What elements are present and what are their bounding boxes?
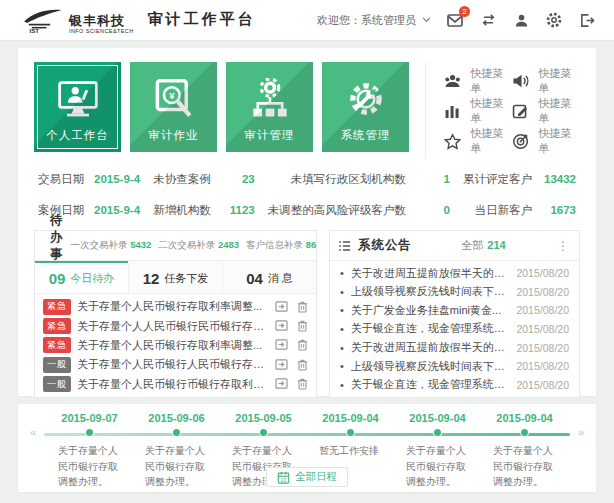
announcement-date: 2015/08/20	[516, 379, 569, 391]
counter-second-entry: 二次交易补录 2483	[158, 239, 239, 252]
tile-audit-management[interactable]: 审计管理	[226, 62, 313, 152]
todo-item[interactable]: 一般 关于存量个人民币银行币银行存取利率调整...	[43, 376, 308, 392]
tile-label: 个人工作台	[34, 128, 121, 152]
priority-badge: 紧急	[43, 299, 71, 315]
announcement-item[interactable]: 上级领导视察反洗钱时间表下载链接... 2015/08/20	[340, 359, 569, 374]
workbench-monitor-icon	[56, 79, 100, 119]
todo-item[interactable]: 一般 关于存量个人民币银行人民币银行存取利率调整...	[43, 357, 308, 373]
tab-messages[interactable]: 04 消 息	[222, 261, 316, 293]
announcement-item[interactable]: 关于改进周五提前放假半天的安排通知... 2015/08/20	[340, 266, 569, 281]
logo: IST 银丰科技 INFO SCIENCE&TECH	[18, 6, 134, 34]
profile-button[interactable]	[512, 11, 530, 29]
delete-icon[interactable]	[297, 339, 308, 351]
forward-icon[interactable]	[275, 301, 288, 313]
tile-system-management[interactable]: 系统管理	[322, 62, 409, 152]
stat-unadjusted-high-risk-customers: 未调整的高风险评级客户数 0	[268, 205, 450, 217]
announcement-item[interactable]: 上级领导视察反洗钱时间表下载链接... 2015/08/20	[340, 284, 569, 299]
announcement-date: 2015/08/20	[516, 304, 569, 316]
timeline-prev-arrow[interactable]: «	[30, 426, 36, 438]
quick-menu-item-6[interactable]: 快捷菜单	[512, 126, 580, 156]
todo-item-text: 关于存量个人人民币银行民币银行存取利率调整...	[77, 319, 269, 334]
quick-menu: 快捷菜单 快捷菜单 快捷菜单	[425, 62, 580, 158]
tile-personal-workbench[interactable]: 个人工作台	[34, 62, 121, 152]
swap-arrows-icon	[481, 13, 496, 27]
todo-list: 紧急 关于存量个人民币银行存取利率调整... 紧急 关于存量个人人民币银行民币银…	[35, 294, 316, 397]
timeline-entry[interactable]: 2015-09-04 关于存量个人民币银行存取调整办理。	[394, 412, 481, 490]
timeline-date: 2015-09-04	[394, 412, 481, 426]
svg-text:23: 23	[281, 477, 287, 482]
todo-item[interactable]: 紧急 关于存量个人民币银行存取利率调整...	[43, 337, 308, 353]
announcement-list: 关于改进周五提前放假半天的安排通知... 2015/08/20 上级领导视察反洗…	[330, 261, 579, 397]
all-schedule-label: 全部日程	[295, 470, 337, 484]
timeline-date: 2015-09-04	[307, 412, 394, 426]
stats-row: 交易日期 2015-9-4 案例日期 2015-9-4 未协查案例 23 新增机…	[34, 174, 580, 216]
announcement-date: 2015/08/20	[516, 342, 569, 354]
timeline-date: 2015-09-07	[46, 412, 133, 426]
group-icon	[444, 73, 461, 89]
switch-button[interactable]	[479, 11, 497, 29]
forward-icon[interactable]	[275, 339, 288, 351]
timeline-next-arrow[interactable]: »	[578, 426, 584, 438]
announcement-date: 2015/08/20	[516, 323, 569, 335]
tab-task-dispatch[interactable]: 12 任务下发	[128, 261, 222, 293]
announcement-item[interactable]: 关于银企直连，现金管理系统票... 2015/08/20	[340, 321, 569, 336]
todo-item-text: 关于存量个人民币银行币银行存取利率调整...	[77, 377, 269, 392]
page-title: 审计工作平台	[148, 10, 256, 31]
logo-swoosh-icon: IST	[18, 6, 64, 34]
todo-item[interactable]: 紧急 关于存量个人人民币银行民币银行存取利率调整...	[43, 318, 308, 334]
announcement-item[interactable]: 关于银企直连，现金管理系统票... 2015/08/20	[340, 377, 569, 392]
quick-menu-label: 快捷菜单	[470, 66, 512, 96]
timeline-entry[interactable]: 2015-09-06 关于存量个人民币银行存取调整办理。	[133, 412, 220, 490]
forward-icon[interactable]	[275, 378, 288, 390]
chevron-down-icon	[422, 17, 431, 23]
delete-icon[interactable]	[297, 301, 308, 313]
quick-menu-item-4[interactable]: 快捷菜单	[512, 96, 580, 126]
target-icon	[512, 133, 529, 150]
timeline-text: 关于存量个人民币银行存取调整办理。	[394, 443, 481, 490]
announcements-panel-title: 系统公告	[358, 237, 412, 254]
timeline-text: 关于存量个人民币银行存取调整办理。	[481, 443, 568, 490]
todo-item[interactable]: 紧急 关于存量个人民币银行存取利率调整...	[43, 299, 308, 315]
quick-menu-item-1[interactable]: 快捷菜单	[444, 66, 512, 96]
user-menu[interactable]: 欢迎您：系统管理员	[317, 13, 431, 28]
gear-wrench-icon	[345, 78, 387, 120]
counter-customer-info: 客户信息补录 86	[246, 239, 316, 252]
dashboard-card: 个人工作台 ¥ 审计作业	[18, 48, 596, 396]
quick-menu-item-3[interactable]: 快捷菜单	[444, 96, 512, 126]
timeline-date: 2015-09-05	[220, 412, 307, 426]
delete-icon[interactable]	[297, 320, 308, 332]
stat-new-customers-today: 当日新客户 1673	[463, 205, 576, 217]
priority-badge: 紧急	[43, 337, 71, 353]
module-tiles: 个人工作台 ¥ 审计作业	[34, 62, 409, 158]
timeline-dot	[173, 429, 180, 436]
counter-first-entry: 一次交易补录 5432	[71, 239, 152, 252]
announcement-item[interactable]: 关于广发金业务挂盘mini黄金... 2015/08/20	[340, 303, 569, 318]
forward-icon[interactable]	[275, 320, 288, 332]
stat-missing-region-institutions: 未填写行政区划机构数 1	[268, 174, 450, 186]
timeline-entry[interactable]: 2015-09-04 关于存量个人民币银行存取调整办理。	[481, 412, 568, 490]
schedule-timeline: « 2015-09-07 关于存量个人民币银行存取调整办理。 2015-09-0…	[18, 404, 596, 492]
tile-audit-operation[interactable]: ¥ 审计作业	[130, 62, 217, 152]
quick-menu-item-5[interactable]: 快捷菜单	[444, 126, 512, 156]
all-schedule-button[interactable]: 23 全部日程	[266, 467, 348, 487]
timeline-dot	[260, 429, 267, 436]
quick-menu-label: 快捷菜单	[470, 96, 512, 126]
tab-today-todo[interactable]: 09 今日待办	[35, 261, 128, 293]
delete-icon[interactable]	[297, 359, 308, 371]
timeline-entry[interactable]: 2015-09-07 关于存量个人民币银行存取调整办理。	[46, 412, 133, 490]
forward-icon[interactable]	[275, 359, 288, 371]
announcements-view-all[interactable]: 全部214	[461, 238, 505, 253]
logout-button[interactable]	[578, 11, 596, 29]
messages-button[interactable]: 2	[446, 11, 464, 29]
quick-menu-item-2[interactable]: 快捷菜单	[512, 66, 580, 96]
announcements-more-menu[interactable]: ⋮	[555, 239, 571, 253]
delete-icon[interactable]	[297, 378, 308, 390]
announcement-item[interactable]: 关于改进周五提前放假半天的安排通知... 2015/08/20	[340, 340, 569, 355]
logo-company-sub: INFO SCIENCE&TECH	[69, 29, 134, 35]
announcement-date: 2015/08/20	[516, 360, 569, 372]
settings-button[interactable]	[545, 11, 563, 29]
priority-badge: 一般	[43, 357, 71, 373]
todo-panel: 待办事项 一次交易补录 5432 二次交易补录 2483 客户信息补录 86 ⋮…	[34, 230, 317, 398]
todo-item-text: 关于存量个人民币银行存取利率调整...	[77, 299, 269, 314]
logo-company-name: 银丰科技	[69, 14, 134, 27]
